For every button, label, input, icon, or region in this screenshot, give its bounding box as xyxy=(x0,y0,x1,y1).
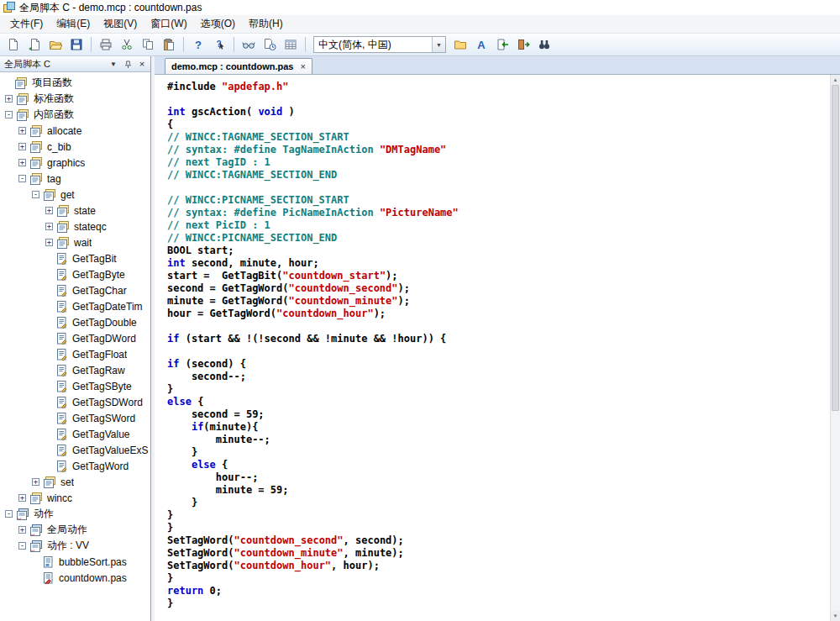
tree-item-node[interactable]: -动作 xyxy=(0,506,150,522)
tree-item-gettagsdword[interactable]: GetTagSDWord xyxy=(0,394,150,410)
tree-item-set[interactable]: +set xyxy=(0,474,150,490)
menu-file[interactable]: 文件(F) xyxy=(3,15,50,33)
code-line: SetTagWord("countdown_minute", minute); xyxy=(167,547,830,560)
help-button[interactable]: ? xyxy=(188,35,208,55)
vertical-scrollbar[interactable]: ▲ ▼ xyxy=(830,75,840,621)
code-editor[interactable]: #include "apdefap.h" int gscAction( void… xyxy=(155,75,830,621)
expand-icon[interactable]: + xyxy=(18,526,26,534)
tree-item-gettagvalue[interactable]: GetTagValue xyxy=(0,426,150,442)
collapse-icon[interactable]: - xyxy=(5,111,13,118)
tree-item-node[interactable]: -内部函数 xyxy=(0,107,150,123)
expand-icon[interactable]: + xyxy=(18,143,26,150)
tree-item-gettagsbyte[interactable]: GetTagSByte xyxy=(0,378,150,394)
expand-icon[interactable]: + xyxy=(18,159,26,166)
cut-button[interactable] xyxy=(117,35,137,55)
toggle-output-button[interactable] xyxy=(260,35,280,55)
tree-item-graphics[interactable]: +graphics xyxy=(0,155,150,171)
tree-item-gettagbyte[interactable]: GetTagByte xyxy=(0,266,150,282)
scroll-down-icon[interactable]: ▼ xyxy=(831,611,840,621)
tree-item-allocate[interactable]: +allocate xyxy=(0,123,150,139)
collapse-icon[interactable]: - xyxy=(18,542,26,550)
scrollbar-thumb[interactable] xyxy=(832,85,839,411)
menu-edit[interactable]: 编辑(E) xyxy=(50,15,97,33)
tree-item-get[interactable]: -get xyxy=(0,187,150,203)
chevron-down-icon[interactable]: ▼ xyxy=(432,37,445,52)
tree-item-gettagdatetim[interactable]: GetTagDateTim xyxy=(0,298,150,314)
open-file-button[interactable] xyxy=(24,35,45,55)
tree-item-gettagword[interactable]: GetTagWord xyxy=(0,458,150,474)
pin-icon[interactable] xyxy=(122,58,134,70)
code-line: // WINCC:TAGNAME_SECTION_END xyxy=(167,169,830,182)
context-help-button[interactable]: ? xyxy=(209,35,229,55)
close-icon[interactable]: × xyxy=(300,61,305,71)
tree-item-node[interactable]: +标准函数 xyxy=(0,91,150,107)
tree-item-gettagdouble[interactable]: GetTagDouble xyxy=(0,314,150,330)
menu-window[interactable]: 窗口(W) xyxy=(144,15,193,33)
collapse-icon[interactable]: - xyxy=(18,175,26,182)
expand-icon[interactable]: + xyxy=(18,494,26,502)
new-file-button[interactable] xyxy=(3,35,24,55)
compile-button[interactable] xyxy=(239,35,259,55)
function-group-icon xyxy=(56,221,71,233)
code-line xyxy=(167,182,830,194)
expand-icon[interactable]: + xyxy=(45,239,53,246)
svg-text:?: ? xyxy=(195,39,202,51)
import-button[interactable] xyxy=(492,35,512,55)
tab-countdown-pas[interactable]: demo.mcp : countdown.pas × xyxy=(165,58,312,74)
tree-item-vv[interactable]: -动作 : VV xyxy=(0,538,150,554)
grid-button[interactable] xyxy=(281,35,301,55)
collapse-icon[interactable]: - xyxy=(32,191,39,198)
tree-item-c-bib[interactable]: +c_bib xyxy=(0,139,150,155)
open-folder-button[interactable] xyxy=(45,35,66,55)
save-button[interactable] xyxy=(66,35,87,55)
font-button[interactable]: A xyxy=(471,35,491,55)
tree-item-node[interactable]: 项目函数 xyxy=(0,75,150,91)
expand-icon[interactable]: + xyxy=(32,478,39,486)
cut-icon xyxy=(120,38,134,51)
print-button[interactable] xyxy=(96,35,116,55)
tree-item-node[interactable]: +全局动作 xyxy=(0,522,150,538)
expand-icon[interactable]: + xyxy=(45,207,53,214)
tree-item-gettagdword[interactable]: GetTagDWord xyxy=(0,330,150,346)
tree-item-tag[interactable]: -tag xyxy=(0,171,150,187)
scrollbar-track[interactable] xyxy=(831,85,840,611)
chevron-down-icon[interactable]: ▼ xyxy=(108,58,119,70)
collapse-icon[interactable]: - xyxy=(5,510,13,518)
menu-options[interactable]: 选项(O) xyxy=(194,15,242,33)
function-group-icon xyxy=(29,173,44,185)
tree-item-countdown-pas[interactable]: countdown.pas xyxy=(0,570,150,586)
tree-item-state[interactable]: +state xyxy=(0,203,150,218)
code-line: // next TagID : 1 xyxy=(167,156,830,169)
menu-help[interactable]: 帮助(H) xyxy=(242,15,290,33)
find-button[interactable] xyxy=(534,35,554,55)
close-icon[interactable]: × xyxy=(136,58,148,70)
function-icon xyxy=(55,429,69,440)
exit-button[interactable] xyxy=(513,35,533,55)
expand-icon[interactable]: + xyxy=(5,95,13,103)
function-group-icon xyxy=(14,77,29,89)
menu-view[interactable]: 视图(V) xyxy=(97,15,144,33)
tree-item-gettagraw[interactable]: GetTagRaw xyxy=(0,362,150,378)
expand-icon[interactable]: + xyxy=(18,127,26,134)
tree-item-gettagbit[interactable]: GetTagBit xyxy=(0,250,150,266)
tree-item-label: graphics xyxy=(47,157,85,169)
tab-label: demo.mcp : countdown.pas xyxy=(171,61,293,71)
tree-item-label: GetTagSDWord xyxy=(72,397,143,408)
tree-item-gettagvalueexs[interactable]: GetTagValueExS xyxy=(0,442,150,458)
action-group-icon xyxy=(29,540,44,552)
tree-item-gettagsword[interactable]: GetTagSWord xyxy=(0,410,150,426)
tree-item-wincc[interactable]: +wincc xyxy=(0,490,150,506)
expand-icon[interactable]: + xyxy=(45,223,53,230)
scroll-up-icon[interactable]: ▲ xyxy=(831,75,840,85)
tree-item-stateqc[interactable]: +stateqc xyxy=(0,218,150,234)
paste-button[interactable] xyxy=(159,35,179,55)
language-combo[interactable]: 中文(简体, 中国) ▼ xyxy=(313,36,446,53)
copy-button[interactable] xyxy=(138,35,158,55)
folder-button[interactable] xyxy=(450,35,470,55)
tree-item-gettagchar[interactable]: GetTagChar xyxy=(0,282,150,298)
code-line: hour--; xyxy=(167,471,830,484)
tree-item-gettagfloat[interactable]: GetTagFloat xyxy=(0,346,150,362)
toolbar-separator xyxy=(305,37,306,52)
tree-item-wait[interactable]: +wait xyxy=(0,234,150,250)
tree-item-bubblesort-pas[interactable]: bubbleSort.pas xyxy=(0,554,150,570)
